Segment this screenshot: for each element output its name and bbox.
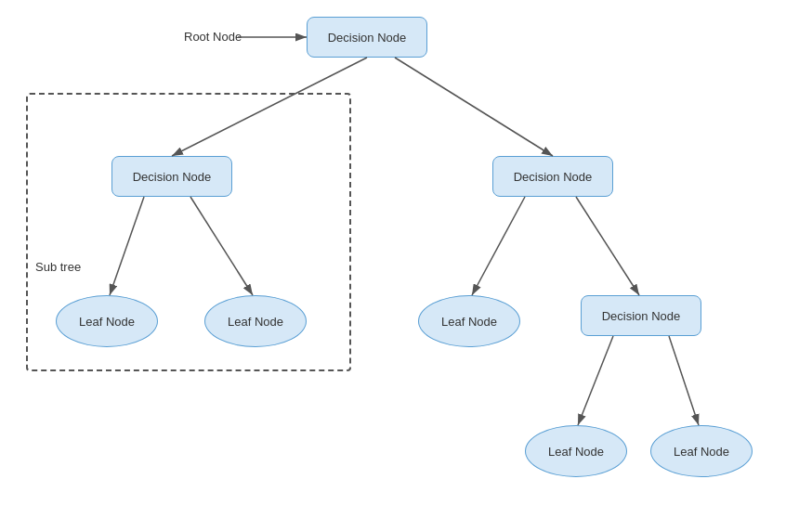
leaf-lr-label: Leaf Node <box>228 315 283 329</box>
leaf-node-lr[interactable]: Leaf Node <box>204 295 307 347</box>
leaf-rl-label: Leaf Node <box>441 315 497 329</box>
root-to-right-mid <box>395 58 553 156</box>
leaf-ll-label: Leaf Node <box>79 315 135 329</box>
left-mid-decision-node[interactable]: Decision Node <box>111 156 232 197</box>
leaf-rbr-label: Leaf Node <box>674 445 729 459</box>
leaf-node-rbl[interactable]: Leaf Node <box>525 425 627 477</box>
leaf-node-ll[interactable]: Leaf Node <box>56 295 158 347</box>
leaf-node-rl[interactable]: Leaf Node <box>418 295 520 347</box>
right-bottom-node-label: Decision Node <box>602 309 681 323</box>
right-mid-to-right-bottom <box>576 197 639 295</box>
right-mid-node-label: Decision Node <box>514 170 593 184</box>
diagram: Sub tree Decision Node Decision Node Dec… <box>0 0 812 518</box>
right-bottom-decision-node[interactable]: Decision Node <box>581 295 701 336</box>
right-mid-to-leaf-rl <box>472 197 525 295</box>
root-decision-node[interactable]: Decision Node <box>307 17 427 58</box>
right-bottom-to-leaf-rbr <box>669 336 699 425</box>
root-node-text-label: Root Node <box>184 30 242 44</box>
subtree-label: Sub tree <box>35 260 81 274</box>
right-mid-decision-node[interactable]: Decision Node <box>492 156 613 197</box>
leaf-rbl-label: Leaf Node <box>548 445 604 459</box>
leaf-node-rbr[interactable]: Leaf Node <box>650 425 753 477</box>
root-node-label: Decision Node <box>328 31 407 45</box>
left-mid-node-label: Decision Node <box>133 170 212 184</box>
right-bottom-to-leaf-rbl <box>578 336 613 425</box>
